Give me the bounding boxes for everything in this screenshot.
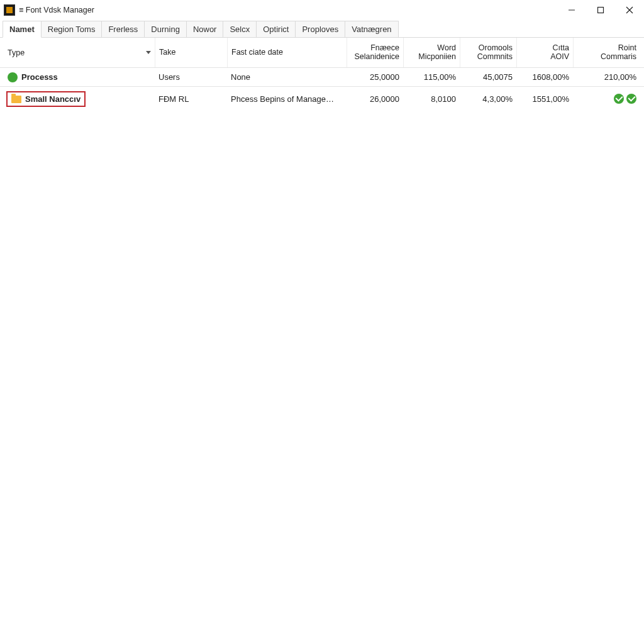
- folder-icon: [11, 96, 21, 103]
- row-v4-cell: 115,00%: [403, 72, 460, 82]
- column-oromools[interactable]: OromoolsCommnits: [460, 38, 516, 67]
- tab-optirict[interactable]: Optirict: [256, 21, 296, 37]
- chevron-down-icon: [146, 51, 151, 54]
- row-v6-cell: 1551,00%: [516, 94, 573, 104]
- check-icon: [614, 94, 624, 104]
- tab-vatnaegren[interactable]: Vatnægren: [345, 21, 398, 37]
- window-controls: [557, 0, 644, 20]
- column-fnaece[interactable]: FnæeceSelanidenice: [347, 38, 403, 67]
- column-fast-label: Fast ciate date: [231, 48, 283, 57]
- row-name-label: Small Nanccıv: [25, 94, 80, 104]
- tab-nowor[interactable]: Nowor: [186, 21, 224, 37]
- row-name-cell: Small Nanccıv: [4, 91, 155, 107]
- row-name-label: Processs: [21, 72, 58, 82]
- column-citta[interactable]: CıttaAOIV: [516, 38, 573, 67]
- row-take-cell: Users: [155, 72, 227, 82]
- row-v7-cell: 210,00%: [573, 72, 640, 82]
- row-v3-cell: 26,0000: [347, 94, 403, 104]
- maximize-button[interactable]: [586, 0, 615, 20]
- column-roint[interactable]: RointCommaris: [573, 38, 640, 67]
- tab-region-toms[interactable]: Region Toms: [41, 21, 103, 37]
- check-icon: [626, 94, 636, 104]
- row-v3-cell: 25,0000: [347, 72, 403, 82]
- close-button[interactable]: [615, 0, 644, 20]
- column-type-label: Type: [8, 48, 25, 57]
- tab-selcx[interactable]: Selcx: [223, 21, 257, 37]
- column-take[interactable]: Take: [155, 38, 227, 67]
- row-fast-cell: Phcess Bepins of Manage…: [227, 94, 347, 104]
- tab-durning[interactable]: Durning: [144, 21, 187, 37]
- window-title: ≡ Font Vdsk Manager: [19, 6, 94, 14]
- row-fast-cell: None: [227, 72, 347, 82]
- titlebar: ≡ Font Vdsk Manager: [0, 0, 644, 20]
- row-take-cell: FÐM RL: [155, 94, 227, 104]
- globe-icon: [8, 72, 18, 82]
- svg-rect-1: [598, 7, 604, 13]
- app-icon: [4, 4, 15, 16]
- column-fast[interactable]: Fast ciate date: [227, 38, 347, 67]
- row-name-cell: Processs: [4, 72, 155, 82]
- row-v4-cell: 8,0100: [403, 94, 460, 104]
- column-take-label: Take: [159, 48, 175, 57]
- row-v6-cell: 1608,00%: [516, 72, 573, 82]
- table-row[interactable]: Processs Users None 25,0000 115,00% 45,0…: [0, 68, 644, 87]
- tab-namet[interactable]: Namet: [3, 21, 42, 38]
- tab-bar: Namet Region Toms Frerless Durning Nowor…: [0, 20, 644, 38]
- selection-highlight: Small Nanccıv: [6, 91, 86, 107]
- column-word[interactable]: WordMicponiien: [403, 38, 460, 67]
- row-status-cell: [573, 94, 640, 104]
- row-v5-cell: 45,0075: [460, 72, 516, 82]
- column-type[interactable]: Type: [4, 38, 155, 67]
- table-row[interactable]: Small Nanccıv FÐM RL Phcess Bepins of Ma…: [0, 87, 644, 111]
- row-v5-cell: 4,3,00%: [460, 94, 516, 104]
- tab-frerless[interactable]: Frerless: [101, 21, 145, 37]
- column-headers: Type Take Fast ciate date FnæeceSelanide…: [0, 38, 644, 68]
- tab-proploves[interactable]: Proploves: [295, 21, 345, 37]
- minimize-button[interactable]: [557, 0, 586, 20]
